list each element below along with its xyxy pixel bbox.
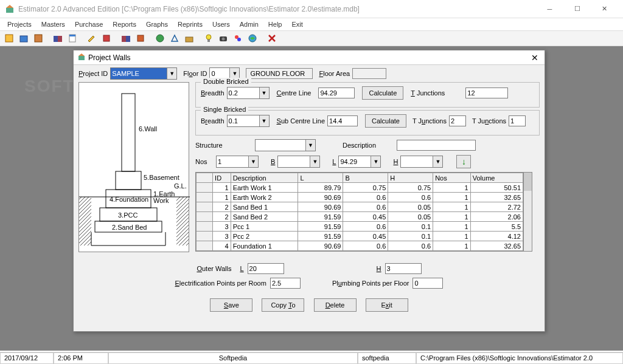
chevron-down-icon[interactable]: ▼ <box>305 140 315 151</box>
svg-rect-10 <box>122 36 126 42</box>
save-button[interactable]: Save <box>210 298 252 312</box>
menu-reprints[interactable]: Reprints <box>173 19 207 29</box>
svg-rect-25 <box>176 197 189 246</box>
project-id-dropdown-icon[interactable]: ▼ <box>167 68 176 79</box>
tool-3[interactable] <box>32 32 45 45</box>
add-row-button[interactable]: ↓ <box>456 155 471 168</box>
project-id-label: Project ID <box>78 70 108 77</box>
single-calculate-button[interactable]: Calculate <box>365 114 406 128</box>
tool-2[interactable] <box>17 32 30 45</box>
tool-10[interactable] <box>153 32 167 45</box>
double-centre-input[interactable] <box>318 88 355 98</box>
menu-projects[interactable]: Projects <box>2 19 37 29</box>
single-legend: Single Bricked <box>201 106 248 113</box>
status-time: 2:06 PM <box>54 352 108 364</box>
menu-masters[interactable]: Masters <box>37 19 70 29</box>
exit-button[interactable]: Exit <box>366 298 408 312</box>
outer-l-label: L <box>240 265 243 272</box>
structure-combo[interactable]: ▼ <box>255 139 316 151</box>
single-sub-input[interactable] <box>327 115 358 126</box>
double-bricked-group: Double Bricked Breadth ▼ Centre Line Cal… <box>195 82 540 108</box>
chevron-down-icon[interactable]: ▼ <box>310 156 319 167</box>
tool-13[interactable] <box>202 32 215 45</box>
nos-label: Nos <box>195 158 214 165</box>
svg-marker-1 <box>6 5 13 8</box>
chevron-down-icon[interactable]: ▼ <box>248 156 258 167</box>
double-breadth-combo[interactable]: ▼ <box>227 87 270 99</box>
chevron-down-icon[interactable]: ▼ <box>371 156 380 167</box>
menubar: Projects Masters Purchase Reports Graphs… <box>0 18 623 30</box>
chevron-down-icon[interactable]: ▼ <box>259 88 269 98</box>
grid-scrollbar[interactable] <box>524 172 532 252</box>
single-breadth-combo[interactable]: ▼ <box>227 115 270 127</box>
menu-reports[interactable]: Reports <box>108 19 141 29</box>
statusbar: 2017/09/12 2:06 PM Softpedia softpedia C… <box>0 352 623 364</box>
project-id-input[interactable] <box>111 68 167 79</box>
project-id-combo[interactable]: ▼ <box>110 67 177 80</box>
svg-point-18 <box>222 38 225 41</box>
b-label: B <box>271 158 275 165</box>
outer-l-input[interactable] <box>248 263 284 274</box>
copy-to-button[interactable]: Copy To <box>262 298 304 312</box>
h-combo[interactable]: ▼ <box>400 156 443 168</box>
single-bricked-group: Single Bricked Breadth ▼ Sub Centre Line… <box>195 110 540 136</box>
tool-8[interactable] <box>119 32 133 45</box>
double-legend: Double Bricked <box>201 78 251 85</box>
structure-grid[interactable]: IDDescriptionLBHNosVolume1Earth Work 189… <box>195 172 524 252</box>
l-combo[interactable]: ▼ <box>338 156 381 168</box>
svg-rect-9 <box>103 35 110 41</box>
floor-area-label: Floor Area <box>319 70 350 77</box>
double-tjunc-label: T Junctions <box>411 89 445 97</box>
plumb-label: Plumbing Points per Floor <box>332 280 409 287</box>
tool-7[interactable] <box>100 32 113 45</box>
double-calculate-button[interactable]: Calculate <box>362 86 403 100</box>
menu-help[interactable]: Help <box>263 19 287 29</box>
diagram-wall-label: 6.Wall <box>139 125 157 132</box>
menu-users[interactable]: Users <box>207 19 235 29</box>
minimize-button[interactable]: ─ <box>536 1 563 18</box>
floor-id-label: Floor ID <box>183 70 207 77</box>
tool-14[interactable] <box>217 32 230 45</box>
toolbar <box>0 30 623 46</box>
delete-button[interactable]: Delete <box>314 298 357 312</box>
description-input[interactable] <box>397 140 476 151</box>
chevron-down-icon[interactable]: ▼ <box>259 115 269 126</box>
menu-admin[interactable]: Admin <box>235 19 263 29</box>
tool-16[interactable] <box>246 32 259 45</box>
menu-purchase[interactable]: Purchase <box>70 19 108 29</box>
tool-15[interactable] <box>231 32 245 45</box>
double-centre-label: Centre Line <box>277 89 312 97</box>
tool-4[interactable] <box>51 32 64 45</box>
tool-1[interactable] <box>2 32 16 45</box>
elec-input[interactable] <box>270 278 301 289</box>
tool-9[interactable] <box>134 32 147 45</box>
svg-rect-27 <box>122 94 135 171</box>
close-button[interactable]: ✕ <box>591 1 618 18</box>
chevron-down-icon[interactable]: ▼ <box>433 156 442 167</box>
dialog-close-button[interactable]: ✕ <box>529 53 541 63</box>
double-tjunc-input[interactable] <box>465 88 508 98</box>
nos-combo[interactable]: ▼ <box>216 156 259 168</box>
b-combo[interactable]: ▼ <box>277 156 320 168</box>
plumb-input[interactable] <box>412 278 443 289</box>
tool-close[interactable] <box>265 32 279 45</box>
outer-walls-label: Outer Walls <box>197 265 231 272</box>
tool-6[interactable] <box>85 32 99 45</box>
svg-rect-6 <box>58 36 62 42</box>
tool-12[interactable] <box>183 32 196 45</box>
menu-graphs[interactable]: Graphs <box>141 19 173 29</box>
tool-11[interactable] <box>168 32 181 45</box>
app-icon <box>5 4 15 14</box>
single-tjunc1-label: T Junctions <box>412 117 447 125</box>
maximize-button[interactable]: ☐ <box>563 1 591 18</box>
outer-h-input[interactable] <box>385 263 422 274</box>
diagram-earth-label: 1.Earth Work <box>153 191 184 204</box>
menu-exit[interactable]: Exit <box>287 19 307 29</box>
single-tjunc2-input[interactable] <box>509 115 526 126</box>
svg-rect-22 <box>78 56 85 60</box>
tool-5[interactable] <box>66 32 79 45</box>
svg-rect-28 <box>116 171 141 190</box>
single-tjunc1-input[interactable] <box>449 115 466 126</box>
floor-area-display <box>352 68 386 79</box>
svg-rect-4 <box>35 35 42 42</box>
